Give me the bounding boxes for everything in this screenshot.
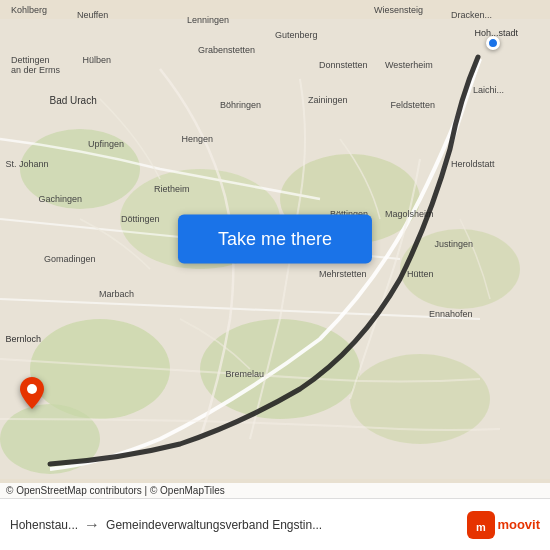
svg-point-9 [27, 384, 37, 394]
origin-marker [486, 36, 500, 50]
origin-text: Hohenstau... [10, 518, 78, 532]
svg-point-4 [400, 229, 520, 309]
destination-text: Gemeindeverwaltungsverband Engstin... [106, 518, 461, 532]
destination-marker [20, 377, 44, 413]
map-attribution: © OpenStreetMap contributors | © OpenMap… [0, 483, 550, 498]
moovit-logo-icon: m [467, 511, 495, 539]
moovit-logo: m moovit [467, 511, 540, 539]
info-bar: Hohenstau... → Gemeindeverwaltungsverban… [0, 498, 550, 550]
take-me-there-button[interactable]: Take me there [178, 215, 372, 264]
svg-text:m: m [476, 521, 486, 533]
origin-label: Hoh...stadt [474, 28, 518, 38]
arrow-icon: → [84, 516, 100, 534]
app-container: Kohlberg Neuffen Lenningen Wiesensteig D… [0, 0, 550, 550]
map-area: Kohlberg Neuffen Lenningen Wiesensteig D… [0, 0, 550, 498]
svg-point-1 [20, 129, 140, 209]
moovit-text: moovit [497, 517, 540, 532]
